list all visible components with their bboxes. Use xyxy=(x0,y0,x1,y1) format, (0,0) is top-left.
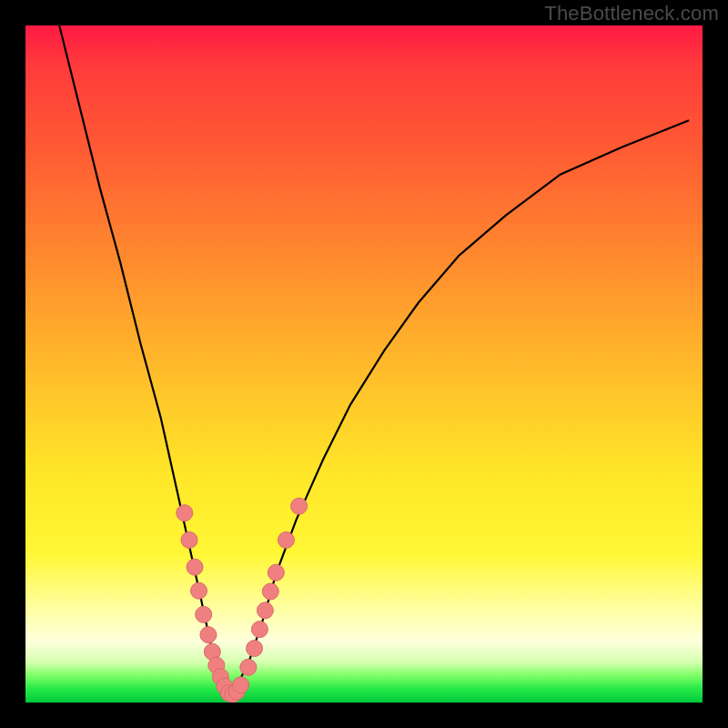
data-marker xyxy=(262,583,278,600)
data-marker xyxy=(257,602,273,619)
data-marker xyxy=(251,622,268,638)
data-marker xyxy=(291,498,308,514)
data-marker xyxy=(177,505,193,521)
curve-line xyxy=(59,25,689,696)
data-marker xyxy=(200,627,217,643)
watermark-text: TheBottleneck.com xyxy=(544,2,719,25)
chart-frame: TheBottleneck.com xyxy=(0,0,728,728)
data-marker xyxy=(196,606,212,622)
marker-group xyxy=(177,498,308,703)
data-marker xyxy=(181,531,197,548)
plot-area xyxy=(25,25,703,703)
data-marker xyxy=(187,559,203,575)
bottleneck-curve xyxy=(59,25,689,696)
data-marker xyxy=(233,677,249,693)
chart-svg xyxy=(25,25,703,703)
data-marker xyxy=(191,582,207,599)
data-marker xyxy=(278,531,294,548)
data-marker xyxy=(268,564,284,581)
data-marker xyxy=(247,641,263,657)
data-marker xyxy=(240,659,257,675)
